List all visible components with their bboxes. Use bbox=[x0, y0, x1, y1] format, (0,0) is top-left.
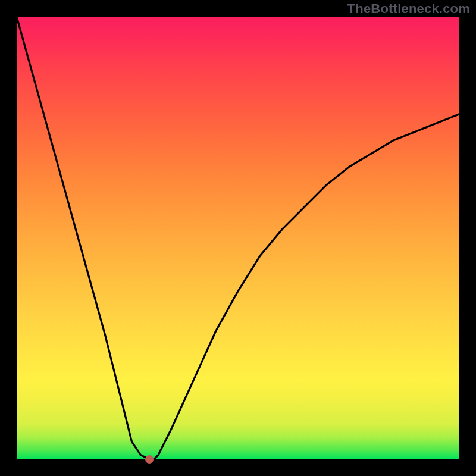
bottleneck-curve bbox=[17, 17, 459, 459]
optimum-marker bbox=[145, 455, 154, 464]
chart-frame: TheBottleneck.com bbox=[0, 0, 476, 476]
attribution-text: TheBottleneck.com bbox=[347, 1, 470, 17]
plot-area bbox=[17, 17, 459, 459]
curve-path bbox=[17, 17, 459, 459]
